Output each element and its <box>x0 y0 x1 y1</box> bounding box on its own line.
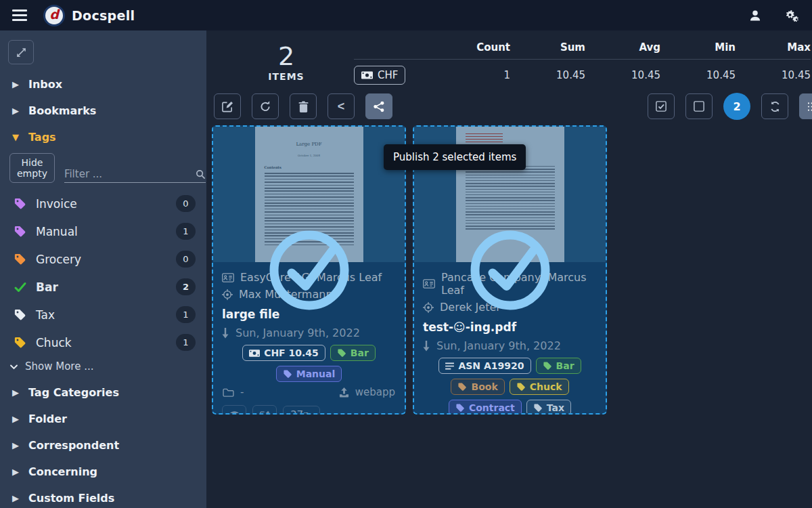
sync-icon <box>769 101 781 112</box>
tag-filter <box>64 168 206 183</box>
item-title: large file <box>222 303 396 325</box>
arrow-down-icon <box>222 328 229 339</box>
list-icon <box>807 102 812 112</box>
tag-icon <box>14 308 27 321</box>
trash-icon <box>298 101 309 112</box>
tag-item-grocery[interactable]: Grocery 0 <box>0 245 206 273</box>
concerning-line: Derek Jeter <box>423 299 597 316</box>
address-card-icon <box>423 279 435 289</box>
tag-badge-bar[interactable]: Bar <box>330 345 376 361</box>
redo-icon <box>260 101 271 112</box>
tag-icon <box>14 197 27 210</box>
tag-item-manual[interactable]: Manual 1 <box>0 217 206 245</box>
caret-right-icon: ▶ <box>12 467 19 477</box>
merge-selected-button[interactable]: < <box>328 93 355 119</box>
main-content: 2 ITEMS Count Sum Avg Min Max CHF <box>206 30 812 508</box>
tag-icon <box>14 225 27 238</box>
docspell-logo[interactable]: d <box>43 5 65 26</box>
tag-item-bar[interactable]: Bar 2 <box>0 273 206 301</box>
hide-empty-button[interactable]: Hide empty <box>9 153 55 183</box>
page-count-badge: 37p. <box>283 406 320 415</box>
table-row: CHF 1 10.45 10.45 10.45 10.45 <box>354 60 811 85</box>
item-badges: CHF 10.45 Bar Manual <box>222 345 396 382</box>
item-count: 2 <box>246 43 327 71</box>
collapse-sidebar-button[interactable] <box>8 40 34 64</box>
col-max: Max <box>736 41 811 54</box>
edit-icon <box>260 410 270 415</box>
tag-badge-tax[interactable]: Tax <box>526 400 571 415</box>
eye-icon <box>229 411 240 415</box>
tag-item-invoice[interactable]: Invoice 0 <box>0 190 206 217</box>
tag-icon <box>533 403 543 412</box>
deselect-all-button[interactable] <box>685 93 713 119</box>
correspondent-line: EasyCare AG, Marcus Leaf <box>222 269 396 286</box>
tag-item-tax[interactable]: Tax 1 <box>0 301 206 329</box>
stat-count: 1 <box>435 69 510 81</box>
square-icon <box>694 101 704 112</box>
document-preview: Large PDF October 1, 2008 Contents <box>213 127 405 262</box>
correspondent-line: Pancake Company, Marcus Leaf <box>423 269 597 299</box>
chevron-down-icon <box>9 362 18 371</box>
tag-icon <box>14 253 27 266</box>
tag-badge-chuck[interactable]: Chuck <box>510 379 569 395</box>
caret-right-icon: ▶ <box>12 106 19 116</box>
tag-badge-contract[interactable]: Contract <box>449 400 522 415</box>
col-sum: Sum <box>510 41 585 54</box>
asn-badge: ASN A19920 <box>438 358 531 374</box>
caret-right-icon: ▶ <box>12 79 19 89</box>
sidebar-item-tag-categories[interactable]: ▶ Tag Categories <box>0 379 206 406</box>
stat-min: 10.45 <box>660 69 736 81</box>
stat-sum: 10.45 <box>510 69 585 81</box>
folder-source-row: - webapp <box>222 382 396 404</box>
check-square-icon <box>656 101 667 112</box>
show-more-tags[interactable]: Show More ... <box>0 356 206 379</box>
select-all-button[interactable] <box>648 93 675 119</box>
sidebar-item-inbox[interactable]: ▶ Inbox <box>0 71 206 98</box>
sidebar-item-correspondent[interactable]: ▶ Correspondent <box>0 432 206 459</box>
delete-selected-button[interactable] <box>290 93 317 119</box>
item-date: Sun, January 9th, 2022 <box>222 325 396 345</box>
tag-icon <box>543 361 552 371</box>
caret-right-icon: ▶ <box>12 387 19 398</box>
sidebar-item-tags[interactable]: ▼ Tags <box>0 124 206 150</box>
tag-badge-book[interactable]: Book <box>451 379 504 395</box>
tag-count-badge: 0 <box>176 195 196 212</box>
edit-item-button[interactable] <box>252 405 277 415</box>
tag-count-badge: 0 <box>176 251 196 268</box>
currency-stats-table: Count Sum Avg Min Max CHF 1 10.45 1 <box>354 41 811 85</box>
money-bill-icon <box>249 350 260 357</box>
sidebar-item-custom-fields[interactable]: ▶ Custom Fields <box>0 485 206 508</box>
stat-avg: 10.45 <box>585 69 660 81</box>
sidebar-item-bookmarks[interactable]: ▶ Bookmarks <box>0 98 206 124</box>
tag-icon <box>337 348 346 358</box>
invert-selection-button[interactable] <box>761 93 788 119</box>
preview-button[interactable] <box>222 405 246 415</box>
settings-gears-icon[interactable] <box>782 8 800 23</box>
sidebar-item-concerning[interactable]: ▶ Concerning <box>0 459 206 485</box>
card-footer: 37p. <box>213 404 405 415</box>
tag-badge-manual[interactable]: Manual <box>276 366 342 382</box>
selection-toolbar: < 2 <box>214 93 812 120</box>
list-view-button[interactable] <box>799 93 812 119</box>
tag-item-chuck[interactable]: Chuck 1 <box>0 329 206 356</box>
user-icon[interactable] <box>748 9 762 22</box>
item-date: Sun, January 9th, 2022 <box>423 338 597 358</box>
search-icon <box>196 169 206 179</box>
sidebar-item-folder[interactable]: ▶ Folder <box>0 406 206 432</box>
tag-icon <box>457 382 467 391</box>
address-card-icon <box>222 273 234 282</box>
bars-icon <box>445 362 454 370</box>
currency-badge: CHF <box>354 66 405 85</box>
item-card-large-file[interactable]: Large PDF October 1, 2008 Contents EasyC… <box>212 125 406 415</box>
tag-count-badge: 1 <box>176 306 196 323</box>
share-icon <box>374 101 384 112</box>
caret-right-icon: ▶ <box>12 440 19 450</box>
tag-filter-input[interactable] <box>64 168 196 180</box>
edit-selected-button[interactable] <box>214 93 241 119</box>
publish-selected-button[interactable] <box>365 93 392 119</box>
item-count-label: ITEMS <box>246 71 327 82</box>
tag-badge-bar[interactable]: Bar <box>536 358 581 374</box>
menu-icon[interactable] <box>12 9 27 21</box>
reprocess-button[interactable] <box>252 93 279 119</box>
col-avg: Avg <box>585 41 660 54</box>
